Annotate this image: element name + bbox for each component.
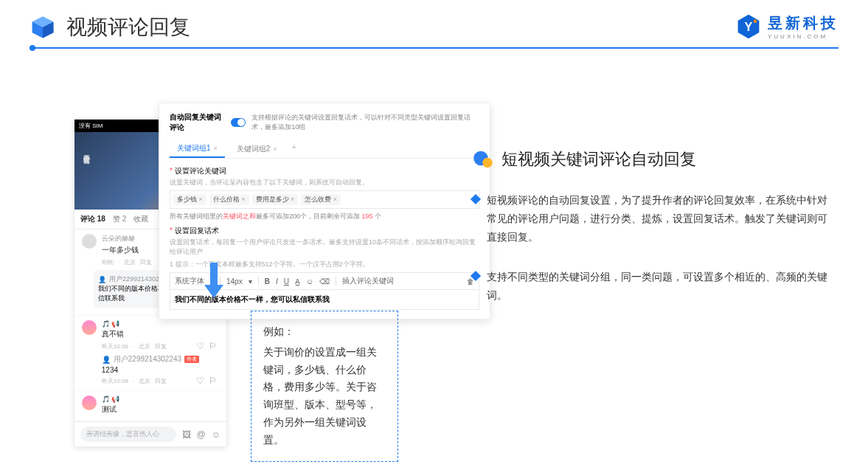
toggle-label: 自动回复关键词评论	[170, 112, 225, 133]
avatar	[82, 320, 97, 335]
keyword-count-hint: 所有关键词组里的关键词之和最多可添加200个，目前剩余可添加 195 个	[170, 212, 479, 221]
keyword-tag-input[interactable]: 多少钱 什么价格 费用是多少 怎么收费	[170, 190, 479, 209]
example-title: 例如：	[263, 323, 386, 341]
avatar	[82, 234, 97, 249]
close-icon[interactable]: ×	[214, 145, 218, 152]
clear-button[interactable]: ⌫	[319, 277, 330, 286]
reply-user-icon: 👤	[98, 276, 106, 283]
font-select[interactable]: 系统字体	[175, 276, 204, 286]
logo-hexagon-icon: Y	[735, 13, 762, 40]
bold-button[interactable]: B	[265, 277, 270, 286]
bullet-text: 短视频评论的自动回复设置，为了提升作者的评论回复效率，在系统中针对常见的评论用户…	[487, 191, 833, 247]
diamond-bullet-icon	[471, 270, 481, 280]
svg-marker-7	[204, 285, 223, 298]
logo-domain: YUUXIN.COM	[768, 33, 839, 40]
underline-button[interactable]: U	[284, 277, 289, 286]
section-reply-label: 设置回复话术	[170, 226, 479, 236]
italic-button[interactable]: I	[276, 277, 278, 286]
keyword-tag[interactable]: 什么价格	[209, 194, 249, 205]
keyword-tag[interactable]: 怎么收费	[301, 194, 341, 205]
tab-comments[interactable]: 评论 18	[80, 214, 105, 224]
close-icon[interactable]: ×	[273, 145, 277, 153]
size-select[interactable]: 14px	[226, 277, 243, 286]
comment-item: 🎵 📢 真不错 昨天10:08· 北京 回复 ♡ ⚐ 👤 用户229921430…	[74, 316, 226, 391]
keyword-group-tab-2[interactable]: 关键词组2×	[229, 140, 285, 158]
avatar	[82, 395, 97, 410]
svg-point-9	[482, 158, 493, 168]
logo-text: 昱新科技	[768, 13, 839, 33]
image-icon[interactable]: 🖼	[182, 429, 191, 440]
dislike-icon[interactable]: ⚐	[209, 341, 217, 351]
toggle-desc: 支持根据评论的关键词设置回复话术，可以针对不同类型关键词设置回复话术，最多添加1…	[251, 113, 479, 132]
dislike-icon[interactable]: ⚐	[209, 376, 217, 386]
keyword-tag[interactable]: 费用是多少	[252, 194, 299, 205]
color-button[interactable]: A̲	[295, 277, 300, 286]
bullet-text: 支持不同类型的关键词分组，同一类问题，可设置多个相近的、高频的关键词。	[487, 268, 833, 305]
example-body: 关于询价的设置成一组关键词，多少钱、什么价格，费用多少等。关于咨询班型、版本、型…	[263, 344, 386, 449]
heart-icon[interactable]: ♡	[196, 341, 204, 351]
svg-rect-6	[210, 263, 218, 285]
svg-point-5	[754, 20, 757, 24]
status-sim: 没有 SIM	[79, 122, 103, 130]
heart-icon[interactable]: ♡	[196, 376, 204, 386]
svg-text:Y: Y	[745, 20, 753, 33]
brand-logo: Y 昱新科技 YUUXIN.COM	[735, 13, 839, 40]
comment-input[interactable]: 善语结善缘，恶言伤人心	[80, 426, 176, 442]
reply-user-icon: 👤	[102, 356, 111, 364]
keyword-tag[interactable]: 多少钱	[173, 194, 206, 205]
insert-keyword-button[interactable]: 插入评论关键词	[342, 276, 394, 286]
add-tab-button[interactable]: +	[289, 140, 299, 158]
emoji-button[interactable]: ☺	[306, 277, 313, 286]
auto-reply-toggle[interactable]	[231, 118, 246, 127]
diamond-bullet-icon	[471, 194, 481, 204]
section-title: 短视频关键词评论自动回复	[501, 148, 696, 170]
page-title: 视频评论回复	[66, 13, 190, 41]
chat-bubbles-icon	[472, 148, 494, 170]
tab-favorites[interactable]: 收藏	[133, 214, 148, 224]
arrow-down-icon	[203, 263, 225, 300]
emoji-icon[interactable]: ☺	[212, 429, 221, 440]
section-keywords-label: 设置评论关键词	[170, 166, 479, 176]
keyword-group-tab-1[interactable]: 关键词组1×	[170, 140, 225, 158]
mention-icon[interactable]: @	[197, 429, 206, 440]
tab-likes[interactable]: 赞 2	[113, 214, 126, 224]
comment-item: 🎵 📢 测试	[74, 391, 226, 421]
example-callout: 例如： 关于询价的设置成一组关键词，多少钱、什么价格，费用多少等。关于咨询班型、…	[251, 311, 398, 462]
cube-icon	[29, 14, 56, 41]
